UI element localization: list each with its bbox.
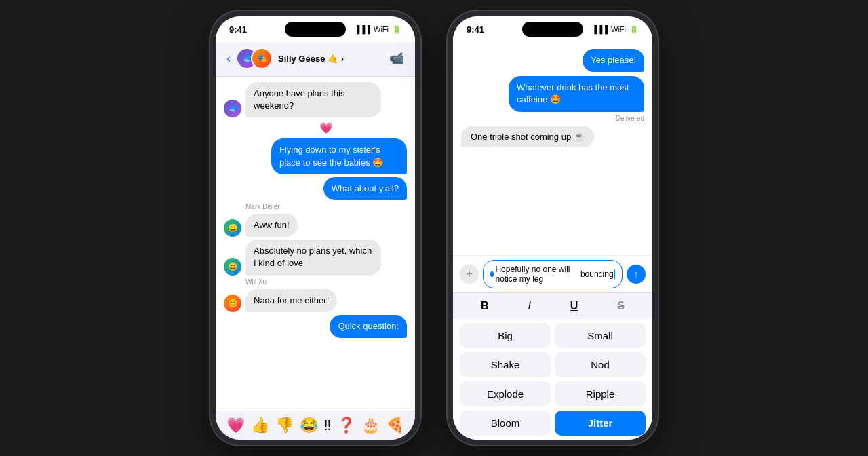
- avatar: 😊: [224, 294, 241, 312]
- effect-big-button[interactable]: Big: [460, 323, 551, 348]
- status-time-phone2: 9:41: [467, 24, 484, 35]
- chat-name: Silly Geese 🤙 ›: [278, 54, 344, 64]
- phone1: 9:41 ▐▐▐ WiFi 🔋 ‹ 🧢 🎭 Silly Geese 🤙 › 📹 …: [210, 11, 420, 445]
- message-input-row: + Hopefully no one will notice my legbou…: [453, 255, 652, 292]
- status-icons-phone1: ▐▐▐ WiFi 🔋: [355, 25, 401, 34]
- effect-small-button[interactable]: Small: [555, 323, 646, 348]
- message-bubble-incoming: Aww fun!: [245, 214, 298, 237]
- delivered-label: Delivered: [461, 115, 644, 122]
- underline-button[interactable]: U: [566, 299, 583, 314]
- chat-name-container: Silly Geese 🤙 ›: [278, 54, 344, 64]
- input-selection-dot: [490, 271, 494, 277]
- reaction-haha[interactable]: 😂: [300, 417, 318, 434]
- phone2: 9:41 ▐▐▐ WiFi 🔋 Yes please! Whatever dri…: [448, 11, 658, 445]
- message-bubble-yes-please: Yes please!: [583, 49, 644, 72]
- reaction-question[interactable]: ❓: [337, 417, 355, 434]
- status-time-phone1: 9:41: [229, 24, 247, 35]
- back-button[interactable]: ‹: [226, 52, 231, 66]
- battery-icon-2: 🔋: [629, 25, 639, 34]
- reaction-bar: 💗 👍 👎 😂 ‼️ ❓ 🎂 🍕: [216, 411, 415, 440]
- add-attachment-button[interactable]: +: [460, 265, 479, 284]
- table-row: 😊 Nada for me either!: [224, 289, 407, 312]
- message-bubble-incoming: Anyone have plans this weekend?: [245, 82, 381, 117]
- send-button[interactable]: ↑: [627, 265, 646, 284]
- format-toolbar: B I U S: [453, 292, 652, 319]
- messages-list: 🧢 Anyone have plans this weekend? 💗 Flyi…: [216, 77, 415, 411]
- table-row: Quick question:: [224, 315, 407, 338]
- bold-button[interactable]: B: [477, 299, 493, 314]
- message-bubble-incoming: Absolutely no plans yet, which I kind of…: [245, 240, 381, 275]
- reaction-thumbsup[interactable]: 👍: [251, 417, 269, 434]
- facetime-button[interactable]: 📹: [389, 51, 404, 66]
- message-bubble-triple-shot: One triple shot coming up ☕: [461, 126, 594, 147]
- input-text-line2: bouncing: [580, 269, 614, 279]
- status-icons-phone2: ▐▐▐ WiFi 🔋: [592, 25, 639, 34]
- effect-jitter-button[interactable]: Jitter: [555, 411, 646, 436]
- reaction-extra[interactable]: 🍕: [386, 417, 404, 434]
- effect-shake-button[interactable]: Shake: [460, 352, 551, 377]
- message-bubble-incoming: Nada for me either!: [245, 289, 337, 312]
- message-bubble-outgoing: Flying down to my sister's place to see …: [271, 138, 407, 174]
- italic-button[interactable]: I: [524, 299, 534, 314]
- table-row: Whatever drink has the most caffeine 🤩: [461, 76, 644, 111]
- reaction-cake[interactable]: 🎂: [361, 417, 380, 434]
- reaction-emoji: 💗: [245, 121, 407, 134]
- avatar-group: 🧢 🎭: [236, 48, 273, 69]
- chat-header: ‹ 🧢 🎭 Silly Geese 🤙 › 📹: [216, 42, 415, 77]
- effect-nod-button[interactable]: Nod: [555, 352, 646, 377]
- signal-icon: ▐▐▐: [355, 25, 370, 33]
- effects-grid: Big Small Shake Nod Explode Ripple Bloom…: [453, 319, 652, 440]
- dynamic-island: [285, 22, 346, 37]
- effect-ripple-button[interactable]: Ripple: [555, 381, 646, 406]
- reaction-exclaim[interactable]: ‼️: [323, 417, 331, 434]
- reaction-thumbsdown[interactable]: 👎: [275, 417, 294, 434]
- avatar: 😄: [224, 258, 241, 276]
- avatar: 😄: [224, 219, 241, 237]
- strikethrough-button[interactable]: S: [613, 299, 629, 314]
- text-cursor: [614, 269, 615, 279]
- wifi-icon: WiFi: [374, 25, 389, 33]
- message-bubble-outgoing: Quick question:: [330, 315, 407, 338]
- table-row: 😄 Aww fun!: [224, 214, 407, 237]
- table-row: Flying down to my sister's place to see …: [224, 138, 407, 174]
- avatar: 🧢: [224, 100, 241, 117]
- table-row: Yes please!: [461, 49, 644, 72]
- table-row: 😄 Absolutely no plans yet, which I kind …: [224, 240, 407, 275]
- chat-name-text: Silly Geese: [278, 54, 325, 64]
- dynamic-island-2: [522, 22, 583, 37]
- reaction-heart[interactable]: 💗: [226, 417, 245, 434]
- wifi-icon-2: WiFi: [611, 25, 626, 33]
- message-input-field[interactable]: Hopefully no one will notice my legbounc…: [483, 260, 623, 288]
- sender-name-will: Will Xu: [245, 278, 407, 286]
- message-bubble-outgoing: What about y'all?: [323, 177, 407, 200]
- battery-icon: 🔋: [392, 25, 401, 34]
- effect-explode-button[interactable]: Explode: [460, 381, 551, 406]
- sender-name-mark: Mark Disler: [245, 203, 407, 210]
- chat-emoji: 🤙 ›: [328, 54, 344, 64]
- avatar-secondary: 🎭: [251, 48, 273, 69]
- messages-list-phone2: Yes please! Whatever drink has the most …: [453, 42, 652, 255]
- signal-icon-2: ▐▐▐: [592, 25, 608, 33]
- table-row: One triple shot coming up ☕: [461, 126, 644, 147]
- message-bubble-caffeine: Whatever drink has the most caffeine 🤩: [509, 76, 644, 111]
- table-row: What about y'all?: [224, 177, 407, 200]
- input-text-line1: Hopefully no one will notice my leg: [495, 265, 580, 284]
- effect-bloom-button[interactable]: Bloom: [460, 411, 551, 436]
- table-row: 🧢 Anyone have plans this weekend?: [224, 82, 407, 117]
